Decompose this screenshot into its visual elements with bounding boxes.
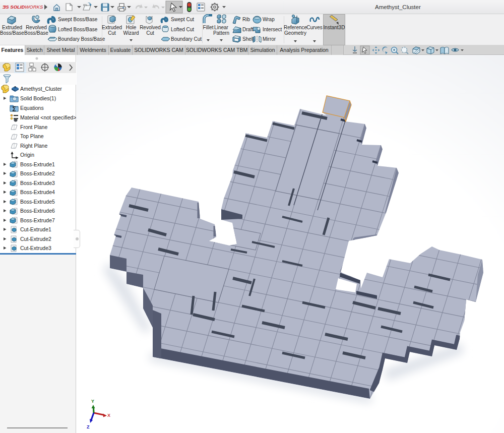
- svg-text:X: X: [107, 413, 110, 418]
- svg-text:Z: Z: [87, 424, 90, 429]
- svg-text:Boss-Extrude7: Boss-Extrude7: [20, 217, 55, 223]
- svg-text:Solid Bodies(1): Solid Bodies(1): [20, 95, 56, 101]
- svg-text:Cut-Extrude3: Cut-Extrude3: [20, 245, 51, 251]
- svg-text:Boss-Extrude6: Boss-Extrude6: [20, 208, 55, 214]
- svg-text:Boss-Extrude5: Boss-Extrude5: [20, 199, 55, 205]
- svg-text:Boss-Extrude2: Boss-Extrude2: [20, 170, 55, 176]
- svg-text:Y: Y: [91, 399, 94, 404]
- svg-text:Boss-Extrude1: Boss-Extrude1: [20, 161, 55, 167]
- svg-text:Top Plane: Top Plane: [20, 133, 44, 139]
- svg-text:Boss-Extrude4: Boss-Extrude4: [20, 189, 55, 195]
- svg-text:Origin: Origin: [20, 152, 34, 158]
- svg-text:Material <not specified>: Material <not specified>: [20, 114, 76, 120]
- svg-text:Cut-Extrude2: Cut-Extrude2: [20, 236, 51, 242]
- svg-text:Right Plane: Right Plane: [20, 143, 47, 149]
- svg-text:Boss-Extrude3: Boss-Extrude3: [20, 180, 55, 186]
- svg-text:Equations: Equations: [20, 105, 44, 111]
- svg-text:Cut-Extrude1: Cut-Extrude1: [20, 226, 51, 232]
- svg-text:Amethyst_Cluster: Amethyst_Cluster: [20, 86, 62, 92]
- svg-text:Front Plane: Front Plane: [20, 124, 47, 130]
